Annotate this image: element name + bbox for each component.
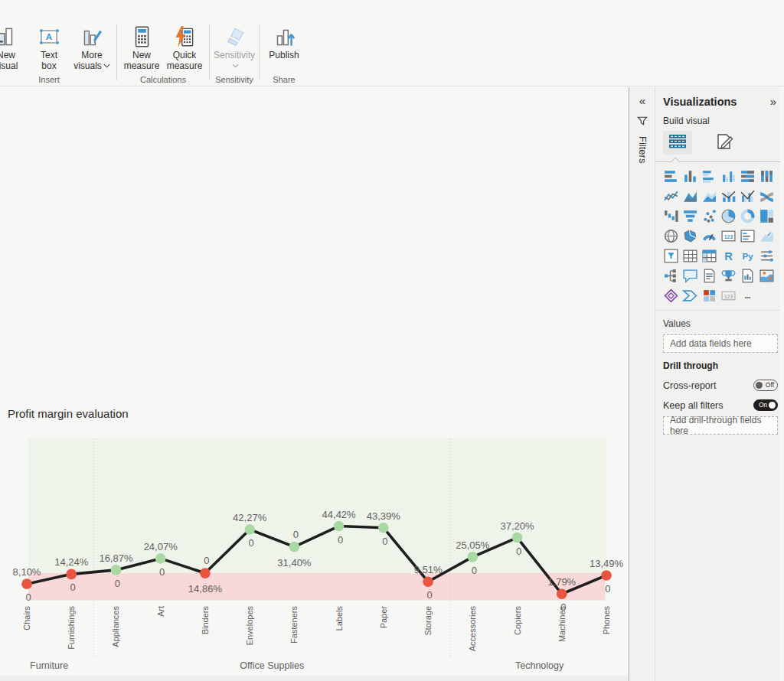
power-automate-visual-icon[interactable] xyxy=(682,287,701,304)
point-accessories[interactable] xyxy=(468,552,479,562)
clustered-column-chart-icon[interactable] xyxy=(720,168,740,184)
line-stacked-column-chart-icon[interactable] xyxy=(720,187,740,204)
horizontal-scrollbar[interactable] xyxy=(0,676,629,681)
right-panel: « Filters Visualizations » Build visual … xyxy=(630,87,784,681)
power-apps-visual-icon[interactable] xyxy=(663,287,682,304)
custom-visual-icon[interactable] xyxy=(701,287,720,304)
funnel-chart-icon[interactable] xyxy=(682,207,701,224)
more-visuals-button[interactable]: Morevisuals xyxy=(72,21,112,73)
multi-row-card-icon[interactable] xyxy=(740,227,759,244)
table-icon[interactable] xyxy=(682,247,701,264)
build-visual-label: Build visual xyxy=(663,116,778,126)
new-measure-label: measure xyxy=(124,60,160,71)
new-visual-label: visual xyxy=(0,60,18,71)
drill-through-header: Drill through xyxy=(663,360,778,371)
point-envelopes[interactable] xyxy=(244,524,255,535)
filters-pane-label[interactable]: Filters xyxy=(637,136,648,163)
scatter-chart-icon[interactable] xyxy=(701,207,720,224)
map-icon[interactable] xyxy=(663,227,682,244)
cross-report-toggle[interactable]: Off xyxy=(753,380,778,391)
point-art[interactable] xyxy=(155,553,166,564)
arcgis-map-icon[interactable] xyxy=(759,267,778,284)
quick-measure-button[interactable]: Quickmeasure xyxy=(165,21,204,73)
secondary-data-label: 0 xyxy=(426,589,432,601)
clustered-bar-chart-icon[interactable] xyxy=(701,168,720,184)
more-options-icon[interactable]: ••• xyxy=(740,287,759,304)
ribbon-chart-icon[interactable] xyxy=(759,187,778,204)
data-label: 13,49% xyxy=(590,558,624,569)
donut-chart-icon[interactable] xyxy=(740,207,759,224)
treemap-icon[interactable] xyxy=(759,207,778,224)
point-furnishings[interactable] xyxy=(66,569,77,580)
data-label: 37,20% xyxy=(500,520,534,532)
sensitivity-button[interactable]: Sensitivity xyxy=(214,21,254,73)
filters-pane-collapsed: « Filters xyxy=(630,87,655,681)
metrics-icon[interactable] xyxy=(720,267,740,284)
point-storage[interactable] xyxy=(423,576,433,587)
keep-all-filters-toggle[interactable]: On xyxy=(753,399,778,411)
stacked-bar-chart-icon[interactable] xyxy=(663,168,682,184)
visualizations-pane: Visualizations » Build visual 123✓RPy123… xyxy=(655,87,784,681)
point-appliances[interactable] xyxy=(111,565,122,575)
qa-visual-icon[interactable] xyxy=(682,267,701,284)
point-phones[interactable] xyxy=(601,570,612,581)
waterfall-chart-icon[interactable] xyxy=(663,207,682,224)
point-labels[interactable] xyxy=(334,521,345,532)
kpi-icon[interactable]: ✓ xyxy=(759,227,778,244)
publish-button[interactable]: Publish xyxy=(264,21,304,63)
new-visual-button[interactable]: Newvisual xyxy=(0,21,26,73)
new-measure-button[interactable]: Newmeasure xyxy=(122,21,162,73)
line-chart-icon[interactable] xyxy=(663,187,682,204)
gauge-icon[interactable] xyxy=(701,227,720,244)
filled-map-icon[interactable] xyxy=(682,227,701,244)
point-fasteners[interactable] xyxy=(289,542,300,552)
point-paper[interactable] xyxy=(378,523,389,533)
point-binders[interactable] xyxy=(200,568,211,578)
tab-build-visual[interactable] xyxy=(663,131,692,155)
line-clustered-column-chart-icon[interactable] xyxy=(740,187,759,204)
add-drill-through-fields-well[interactable]: Add drill-through fields here xyxy=(663,416,778,435)
point-copiers[interactable] xyxy=(512,533,523,543)
toggle-state: Off xyxy=(766,380,774,390)
decomposition-tree-icon[interactable] xyxy=(663,267,682,284)
stacked-area-chart-icon[interactable] xyxy=(701,187,720,204)
text-box-button[interactable]: ATextbox xyxy=(29,21,69,73)
paginated-report-icon[interactable] xyxy=(740,267,759,284)
report-canvas[interactable]: Profit margin evaluation 8,10%0Chairs14,… xyxy=(0,87,629,681)
stacked-column-100-chart-icon[interactable] xyxy=(759,168,778,184)
area-chart-icon[interactable] xyxy=(682,187,701,204)
expand-filters-icon[interactable]: « xyxy=(639,95,645,107)
collapse-visualizations-icon[interactable]: » xyxy=(770,95,776,108)
add-data-fields-well[interactable]: Add data fields here xyxy=(663,334,778,353)
slicer-icon[interactable] xyxy=(663,247,682,264)
smart-narrative-icon[interactable] xyxy=(701,267,720,284)
r-script-visual-icon[interactable]: R xyxy=(720,247,740,264)
secondary-data-label: 0 xyxy=(472,565,477,576)
secondary-data-label: 0 xyxy=(70,582,76,593)
ribbon-group-label: Sensitivity xyxy=(210,74,259,86)
data-label: 42,27% xyxy=(233,512,267,523)
python-visual-icon[interactable]: Py xyxy=(740,247,759,264)
key-influencers-icon[interactable] xyxy=(759,247,778,264)
panel-scrollbar[interactable] xyxy=(780,87,784,681)
sensitivity-icon xyxy=(221,23,247,51)
point-machines[interactable] xyxy=(557,588,567,599)
new-card-visual-icon[interactable]: 123 xyxy=(720,287,740,304)
filter-funnel-icon[interactable] xyxy=(636,115,648,130)
svg-text:123: 123 xyxy=(724,293,733,298)
matrix-icon[interactable] xyxy=(701,247,720,264)
x-axis-label: Binders xyxy=(201,606,210,635)
profit-margin-line-chart[interactable]: 8,10%0Chairs14,24%0Furnishings16,87%0App… xyxy=(0,425,629,678)
card-icon[interactable]: 123 xyxy=(720,227,740,244)
stacked-column-chart-icon[interactable] xyxy=(682,168,701,184)
ribbon-group-sensitivity: SensitivitySensitivity xyxy=(210,20,259,86)
quick-measure-icon xyxy=(172,23,198,51)
ribbon: NewvisualATextboxMorevisualsInsertNewmea… xyxy=(0,0,784,86)
text-box-label: box xyxy=(41,60,56,71)
point-chairs[interactable] xyxy=(21,578,32,589)
tab-format-visual[interactable] xyxy=(709,131,738,155)
section-divider xyxy=(655,310,784,311)
stacked-bar-100-chart-icon[interactable] xyxy=(740,168,759,184)
pie-chart-icon[interactable] xyxy=(720,207,740,224)
x-axis-label: Storage xyxy=(423,606,433,636)
